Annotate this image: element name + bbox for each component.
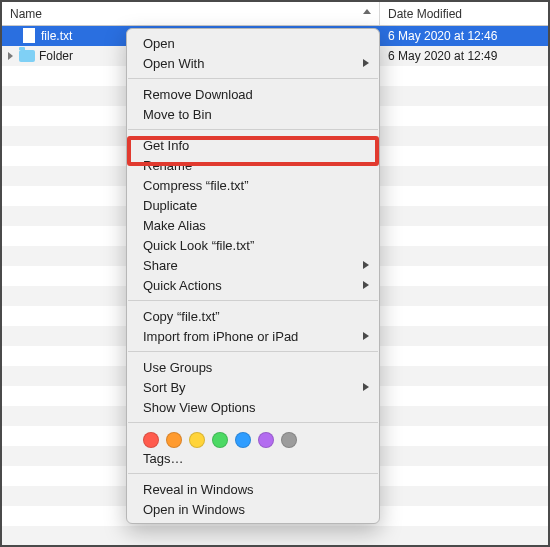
menu-sort-by-label: Sort By	[143, 380, 186, 395]
menu-quick-actions[interactable]: Quick Actions	[127, 275, 379, 295]
tag-purple-icon[interactable]	[258, 432, 274, 448]
menu-separator	[128, 300, 378, 301]
menu-copy-label: Copy “file.txt”	[143, 309, 220, 324]
tag-blue-icon[interactable]	[235, 432, 251, 448]
menu-duplicate[interactable]: Duplicate	[127, 195, 379, 215]
menu-tags-colors	[127, 428, 379, 448]
menu-rename-label: Rename	[143, 158, 192, 173]
tag-red-icon[interactable]	[143, 432, 159, 448]
text-file-icon	[23, 28, 37, 44]
menu-reveal-in-windows[interactable]: Reveal in Windows	[127, 479, 379, 499]
menu-open-with-label: Open With	[143, 56, 204, 71]
menu-remove-download-label: Remove Download	[143, 87, 253, 102]
tag-green-icon[interactable]	[212, 432, 228, 448]
menu-quick-look-label: Quick Look “file.txt”	[143, 238, 254, 253]
folder-icon	[19, 50, 35, 62]
menu-move-to-bin-label: Move to Bin	[143, 107, 212, 122]
file-name-label: file.txt	[41, 29, 72, 43]
column-header-date-label: Date Modified	[388, 7, 462, 21]
menu-make-alias[interactable]: Make Alias	[127, 215, 379, 235]
menu-rename[interactable]: Rename	[127, 155, 379, 175]
disclosure-triangle-icon[interactable]	[8, 52, 13, 60]
menu-share[interactable]: Share	[127, 255, 379, 275]
empty-row	[2, 526, 548, 546]
menu-import-label: Import from iPhone or iPad	[143, 329, 298, 344]
sort-ascending-icon	[363, 9, 371, 14]
menu-quick-actions-label: Quick Actions	[143, 278, 222, 293]
menu-move-to-bin[interactable]: Move to Bin	[127, 104, 379, 124]
finder-window: Name Date Modified file.txt 6 May 2020 a…	[0, 0, 550, 547]
context-menu: Open Open With Remove Download Move to B…	[126, 28, 380, 524]
menu-separator	[128, 473, 378, 474]
menu-open-in-label: Open in Windows	[143, 502, 245, 517]
menu-separator	[128, 78, 378, 79]
menu-separator	[128, 351, 378, 352]
menu-tags[interactable]: Tags…	[127, 448, 379, 468]
tag-yellow-icon[interactable]	[189, 432, 205, 448]
menu-quick-look[interactable]: Quick Look “file.txt”	[127, 235, 379, 255]
menu-compress[interactable]: Compress “file.txt”	[127, 175, 379, 195]
menu-use-groups-label: Use Groups	[143, 360, 212, 375]
menu-show-view-options[interactable]: Show View Options	[127, 397, 379, 417]
menu-copy[interactable]: Copy “file.txt”	[127, 306, 379, 326]
menu-get-info[interactable]: Get Info	[127, 135, 379, 155]
menu-tags-label: Tags…	[143, 451, 183, 466]
menu-remove-download[interactable]: Remove Download	[127, 84, 379, 104]
menu-sort-by[interactable]: Sort By	[127, 377, 379, 397]
menu-separator	[128, 129, 378, 130]
disclosure-spacer	[8, 32, 17, 40]
tag-orange-icon[interactable]	[166, 432, 182, 448]
column-header-name-label: Name	[10, 7, 42, 21]
menu-open-in-windows[interactable]: Open in Windows	[127, 499, 379, 519]
tag-gray-icon[interactable]	[281, 432, 297, 448]
folder-name-label: Folder	[39, 49, 73, 63]
menu-share-label: Share	[143, 258, 178, 273]
menu-open-label: Open	[143, 36, 175, 51]
menu-make-alias-label: Make Alias	[143, 218, 206, 233]
menu-open[interactable]: Open	[127, 33, 379, 53]
menu-separator	[128, 422, 378, 423]
column-header-name[interactable]: Name	[2, 2, 380, 25]
folder-date-label: 6 May 2020 at 12:49	[380, 49, 548, 63]
column-header-date[interactable]: Date Modified	[380, 2, 548, 25]
menu-reveal-label: Reveal in Windows	[143, 482, 254, 497]
menu-import[interactable]: Import from iPhone or iPad	[127, 326, 379, 346]
menu-use-groups[interactable]: Use Groups	[127, 357, 379, 377]
menu-get-info-label: Get Info	[143, 138, 189, 153]
menu-compress-label: Compress “file.txt”	[143, 178, 248, 193]
menu-show-view-options-label: Show View Options	[143, 400, 256, 415]
menu-duplicate-label: Duplicate	[143, 198, 197, 213]
menu-open-with[interactable]: Open With	[127, 53, 379, 73]
file-date-label: 6 May 2020 at 12:46	[380, 29, 548, 43]
column-header-row: Name Date Modified	[2, 2, 548, 26]
